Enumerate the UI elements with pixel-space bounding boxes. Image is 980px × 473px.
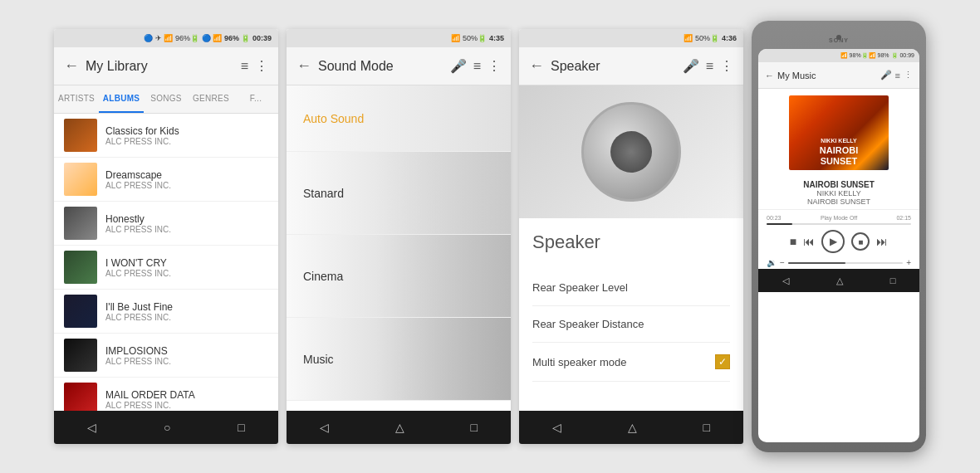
device-menu-icon[interactable]: ≡ bbox=[895, 71, 900, 80]
more-icon-3[interactable]: ⋮ bbox=[720, 58, 733, 74]
more-icon-2[interactable]: ⋮ bbox=[488, 58, 501, 74]
album-info: Honestly ALC PRESS INC. bbox=[105, 213, 268, 234]
back-arrow-1[interactable]: ← bbox=[64, 57, 79, 75]
album-info: Classics for Kids ALC PRESS INC. bbox=[105, 125, 268, 146]
next-button[interactable]: ⏭ bbox=[876, 235, 888, 248]
device-more-icon[interactable]: ⋮ bbox=[904, 70, 913, 80]
album-thumb-justfine bbox=[64, 295, 97, 328]
list-item[interactable]: I WON'T CRY ALC PRESS INC. bbox=[54, 246, 278, 290]
back-arrow-3[interactable]: ← bbox=[529, 57, 544, 75]
sound-mode-auto[interactable]: Auto Sound bbox=[287, 85, 511, 152]
mode-bg-music bbox=[376, 318, 511, 400]
menu-icon-3[interactable]: ≡ bbox=[706, 59, 713, 74]
tab-artists[interactable]: ARTISTS bbox=[54, 85, 99, 113]
album-info: MAIL ORDER DATA ALC PRESS INC. bbox=[105, 389, 268, 410]
device-sony: SONY 📶 98%🔋 📶 98% 🔋 00:99 ← My Music 🎤 ≡… bbox=[752, 21, 926, 452]
sound-mode-music[interactable]: Music bbox=[287, 318, 511, 401]
list-item[interactable]: Honestly ALC PRESS INC. bbox=[54, 202, 278, 246]
mode-label-music: Music bbox=[303, 353, 334, 366]
stop-button[interactable]: ■ bbox=[790, 235, 796, 248]
current-time: 00:23 bbox=[767, 215, 782, 221]
screen1-my-library: 🔵 ✈ 📶 96%🔋 🔵 📶 96% 🔋 00:39 ← My Library … bbox=[54, 29, 278, 444]
home-nav-btn-2[interactable]: △ bbox=[395, 421, 404, 434]
tab-songs[interactable]: SONGS bbox=[144, 85, 189, 113]
volume-bar-outer[interactable] bbox=[788, 262, 903, 264]
device-recents-nav[interactable]: □ bbox=[890, 276, 896, 285]
back-arrow-2[interactable]: ← bbox=[296, 57, 311, 75]
mode-label-cinema: Cinema bbox=[303, 270, 343, 283]
sound-mode-standard[interactable]: Stanard bbox=[287, 152, 511, 235]
top-bar-3: ← Speaker 🎤 ≡ ⋮ bbox=[519, 47, 743, 85]
front-camera bbox=[836, 35, 841, 40]
album-title: Honestly bbox=[105, 213, 268, 225]
speaker-content: Speaker Rear Speaker Level Rear Speaker … bbox=[519, 218, 743, 411]
mode-bg-cinema bbox=[376, 235, 511, 317]
list-item[interactable]: IMPLOSIONS ALC PRESS INC. bbox=[54, 334, 278, 378]
recents-nav-btn-2[interactable]: □ bbox=[471, 421, 478, 434]
multi-speaker-checkbox[interactable]: ✓ bbox=[715, 354, 730, 369]
speaker-option-rear-level[interactable]: Rear Speaker Level bbox=[532, 270, 730, 306]
mic-icon-2[interactable]: 🎤 bbox=[450, 58, 467, 74]
progress-times: 00:23 Play Mode Off 02:15 bbox=[767, 215, 911, 221]
status-icons-1: 🔵 ✈ 📶 96%🔋 bbox=[144, 34, 199, 42]
back-nav-btn-3[interactable]: ◁ bbox=[552, 421, 561, 434]
tab-albums[interactable]: ALBUMS bbox=[99, 85, 144, 113]
volume-plus[interactable]: + bbox=[906, 258, 911, 267]
device-back-arrow[interactable]: ← bbox=[765, 71, 774, 80]
menu-icon-1[interactable]: ≡ bbox=[241, 59, 248, 74]
album-art-line2: NAIROBI bbox=[820, 145, 858, 156]
mic-icon-3[interactable]: 🎤 bbox=[683, 58, 699, 74]
recents-nav-btn-1[interactable]: □ bbox=[238, 421, 244, 434]
device-nav-title: My Music bbox=[777, 71, 877, 80]
device-time: 📶 98% 🔋 00:99 bbox=[869, 52, 914, 59]
album-thumb-classics bbox=[64, 119, 97, 152]
player-controls: ■ ⏮ ▶ ■ ⏭ bbox=[758, 227, 919, 256]
bottom-nav-1: ◁ ○ □ bbox=[54, 411, 278, 444]
tab-genres[interactable]: GENRES bbox=[189, 85, 233, 113]
recents-nav-btn-3[interactable]: □ bbox=[703, 421, 710, 434]
home-nav-btn-3[interactable]: △ bbox=[628, 421, 637, 434]
album-artist: ALC PRESS INC. bbox=[105, 269, 268, 278]
prev-button[interactable]: ⏮ bbox=[803, 235, 815, 248]
device-mic-icon[interactable]: 🎤 bbox=[880, 70, 892, 80]
speaker-center bbox=[610, 131, 652, 173]
sound-mode-cinema[interactable]: Cinema bbox=[287, 235, 511, 318]
mode-bg-standard bbox=[376, 152, 511, 234]
now-playing-info: NAIROBI SUNSET NIKKI KELLY NAIROBI SUNSE… bbox=[758, 177, 919, 209]
album-title: Classics for Kids bbox=[105, 125, 268, 137]
list-item[interactable]: Dreamscape ALC PRESS INC. bbox=[54, 158, 278, 202]
screen1-title: My Library bbox=[86, 59, 234, 74]
track-title: NAIROBI SUNSET bbox=[765, 180, 913, 189]
home-nav-btn-1[interactable]: ○ bbox=[164, 421, 170, 434]
album-info: I'll Be Just Fine ALC PRESS INC. bbox=[105, 301, 268, 322]
progress-bar-outer[interactable] bbox=[767, 223, 911, 225]
device-back-nav[interactable]: ◁ bbox=[782, 276, 789, 286]
list-item[interactable]: I'll Be Just Fine ALC PRESS INC. bbox=[54, 290, 278, 334]
album-artist: ALC PRESS INC. bbox=[105, 225, 268, 234]
album-artist: ALC PRESS INC. bbox=[105, 137, 268, 146]
album-title: Dreamscape bbox=[105, 169, 268, 181]
status-icons-2: 📶 50%🔋 bbox=[451, 34, 487, 42]
album-art-large: NIKKI KELLY NAIROBI SUNSET bbox=[789, 95, 889, 170]
back-nav-btn-1[interactable]: ◁ bbox=[87, 421, 96, 434]
album-artist: ALC PRESS INC. bbox=[105, 313, 268, 322]
album-info: Dreamscape ALC PRESS INC. bbox=[105, 169, 268, 190]
list-item[interactable]: MAIL ORDER DATA ALC PRESS INC. bbox=[54, 378, 278, 411]
option-label-multi-speaker: Multi speaker mode bbox=[532, 356, 626, 368]
speaker-option-rear-distance[interactable]: Rear Speaker Distance bbox=[532, 306, 730, 343]
time-3: 4:36 bbox=[722, 34, 737, 42]
more-icon-1[interactable]: ⋮ bbox=[255, 58, 268, 74]
play-button[interactable]: ▶ bbox=[821, 230, 845, 253]
back-nav-btn-2[interactable]: ◁ bbox=[320, 421, 329, 434]
menu-icon-2[interactable]: ≡ bbox=[473, 59, 481, 74]
list-item[interactable]: Classics for Kids ALC PRESS INC. bbox=[54, 114, 278, 158]
progress-section: 00:23 Play Mode Off 02:15 bbox=[758, 209, 919, 227]
status-icons-3: 📶 50%🔋 bbox=[684, 34, 719, 42]
album-artist: ALC PRESS INC. bbox=[105, 357, 268, 366]
volume-minus[interactable]: − bbox=[780, 258, 785, 267]
stop-btn-2[interactable]: ■ bbox=[851, 232, 870, 251]
device-home-nav[interactable]: △ bbox=[836, 276, 843, 286]
speaker-option-multi-speaker[interactable]: Multi speaker mode ✓ bbox=[532, 343, 730, 382]
tab-more[interactable]: F... bbox=[233, 85, 278, 113]
device-inner-screen: 📶 98%🔋 📶 98% 🔋 00:99 ← My Music 🎤 ≡ ⋮ NI… bbox=[758, 49, 919, 442]
